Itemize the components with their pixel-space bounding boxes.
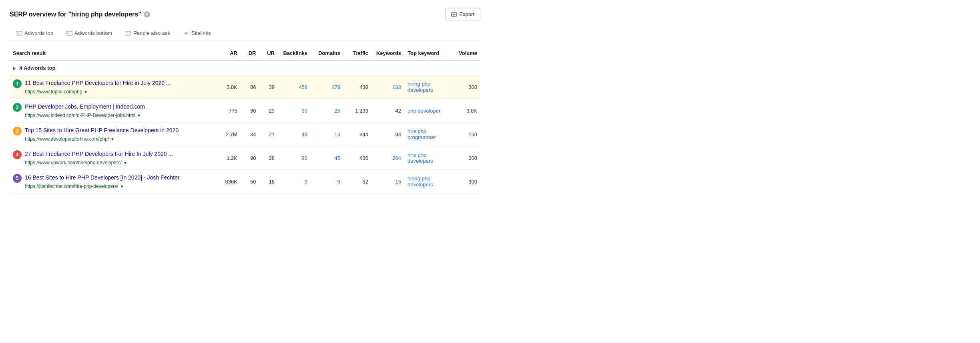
top-keyword-cell-5: hiring php developers [404, 170, 456, 194]
adwords-bottom-icon: Ad [66, 31, 72, 36]
dr-cell-3: 34 [241, 123, 259, 146]
svg-text:?: ? [126, 32, 128, 35]
url-dropdown-icon-1[interactable]: ▼ [84, 90, 88, 94]
keywords-cell-4: 204 [372, 146, 404, 170]
result-title-1[interactable]: 11 Best Freelance PHP Developers for Hir… [25, 79, 171, 87]
keywords-cell-3: 94 [372, 123, 404, 146]
table-body: 4 Adwords top 1 11 Best Freelance PHP De… [10, 61, 480, 194]
tab-adwords-top[interactable]: Ad Adwords top [10, 27, 60, 40]
result-url-5: https://joshfechter.com/hire-php-develop… [25, 184, 118, 189]
result-url-4: https://www.upwork.com/hire/php-develope… [25, 160, 122, 165]
ar-cell-5: 636K [217, 170, 241, 194]
group-adwords-top[interactable]: 4 Adwords top [10, 61, 480, 75]
tab-adwords-bottom[interactable]: Ad Adwords bottom [60, 27, 118, 40]
volume-cell-4: 200 [456, 146, 480, 170]
title-text: SERP overview for "hiring php developers… [10, 11, 141, 18]
result-url-3: https://www.developersforhire.com/php/ [25, 136, 109, 142]
top-keyword-cell-2: php developer [404, 99, 456, 123]
keywords-cell-1: 132 [372, 75, 404, 99]
ur-cell-4: 28 [259, 146, 278, 170]
sitelinks-icon [183, 31, 189, 36]
col-header-domains: Domains [311, 46, 343, 61]
result-cell-1: 1 11 Best Freelance PHP Developers for H… [10, 75, 217, 99]
page-title: SERP overview for "hiring php developers… [10, 11, 150, 18]
traffic-cell-2: 1,233 [343, 99, 372, 123]
url-dropdown-icon-2[interactable]: ▼ [137, 113, 141, 118]
ur-cell-5: 18 [259, 170, 278, 194]
backlinks-cell-2: 39 [278, 99, 311, 123]
rank-badge-2: 2 [13, 103, 22, 112]
result-cell-2: 2 PHP Developer Jobs, Employment | Indee… [10, 99, 217, 123]
col-header-volume: Volume [456, 46, 480, 61]
top-keyword-cell-3: hire php programmer [404, 123, 456, 146]
result-cell-4: 4 27 Best Freelance PHP Developers For H… [10, 146, 217, 170]
traffic-cell-5: 52 [343, 170, 372, 194]
result-title-3[interactable]: Top 15 Sites to Hire Great PHP Freelance… [25, 127, 179, 135]
table-row: 1 11 Best Freelance PHP Developers for H… [10, 75, 480, 99]
col-header-keywords: Keywords [372, 46, 404, 61]
col-header-backlinks: Backlinks [278, 46, 311, 61]
dr-cell-2: 90 [241, 99, 259, 123]
result-title-4[interactable]: 27 Best Freelance PHP Developers For Hir… [25, 150, 173, 158]
top-keyword-link-3[interactable]: hire php programmer [408, 128, 436, 140]
help-icon[interactable]: ? [144, 11, 150, 18]
ur-cell-1: 39 [259, 75, 278, 99]
top-keyword-cell-1: hiring php developers [404, 75, 456, 99]
result-title-2[interactable]: PHP Developer Jobs, Employment | Indeed.… [25, 103, 145, 111]
result-cell-3: 3 Top 15 Sites to Hire Great PHP Freelan… [10, 123, 217, 146]
result-url-1: https://www.toptal.com/php [25, 89, 82, 95]
url-dropdown-icon-5[interactable]: ▼ [120, 184, 124, 189]
table-row: 3 Top 15 Sites to Hire Great PHP Freelan… [10, 123, 480, 146]
ur-cell-3: 21 [259, 123, 278, 146]
group-label: 4 Adwords top [10, 61, 480, 75]
col-header-ar: AR [217, 46, 241, 61]
top-keyword-link-4[interactable]: hire php developers [408, 152, 433, 164]
traffic-cell-1: 430 [343, 75, 372, 99]
volume-cell-1: 300 [456, 75, 480, 99]
col-header-traffic: Traffic [343, 46, 372, 61]
top-keyword-link-5[interactable]: hiring php developers [408, 176, 433, 188]
keywords-cell-5: 15 [372, 170, 404, 194]
rank-badge-1: 1 [13, 79, 22, 88]
export-icon [451, 12, 457, 17]
tab-people-also-ask-label: People also ask [133, 30, 170, 36]
tab-adwords-top-label: Adwords top [24, 30, 53, 36]
rank-badge-5: 5 [13, 174, 22, 183]
export-button[interactable]: Export [445, 8, 480, 20]
backlinks-cell-5: 9 [278, 170, 311, 194]
result-url-2: https://www.indeed.com/q-PHP-Developer-j… [25, 113, 135, 118]
tab-people-also-ask[interactable]: ? People also ask [118, 27, 177, 40]
rank-badge-3: 3 [13, 127, 22, 135]
result-title-5[interactable]: 16 Best Sites to Hire PHP Developers [In… [25, 174, 179, 182]
top-keyword-link-2[interactable]: php developer [408, 108, 440, 114]
backlinks-cell-1: 456 [278, 75, 311, 99]
svg-text:Ad: Ad [17, 32, 20, 35]
domains-cell-1: 176 [311, 75, 343, 99]
people-also-ask-icon: ? [125, 31, 131, 36]
tab-sitelinks-label: Sitelinks [191, 30, 211, 36]
col-header-ur: UR [259, 46, 278, 61]
ur-cell-2: 23 [259, 99, 278, 123]
table-row: 4 27 Best Freelance PHP Developers For H… [10, 146, 480, 170]
traffic-cell-3: 344 [343, 123, 372, 146]
url-dropdown-icon-3[interactable]: ▼ [110, 137, 114, 141]
table-row: 5 16 Best Sites to Hire PHP Developers [… [10, 170, 480, 194]
adwords-top-icon: Ad [16, 31, 22, 36]
table-row: 2 PHP Developer Jobs, Employment | Indee… [10, 99, 480, 123]
col-header-dr: DR [241, 46, 259, 61]
table-header: Search result AR DR UR Backlinks Domains… [10, 46, 480, 61]
results-table: Search result AR DR UR Backlinks Domains… [10, 46, 480, 194]
top-keyword-cell-4: hire php developers [404, 146, 456, 170]
export-label: Export [459, 11, 474, 17]
domains-cell-4: 45 [311, 146, 343, 170]
col-header-search-result: Search result [10, 46, 217, 61]
domains-cell-2: 25 [311, 99, 343, 123]
url-dropdown-icon-4[interactable]: ▼ [123, 161, 127, 165]
domains-cell-3: 14 [311, 123, 343, 146]
dr-cell-4: 90 [241, 146, 259, 170]
ar-cell-2: 775 [217, 99, 241, 123]
volume-cell-2: 3.8K [456, 99, 480, 123]
top-keyword-link-1[interactable]: hiring php developers [408, 81, 433, 93]
tab-sitelinks[interactable]: Sitelinks [177, 27, 217, 40]
backlinks-cell-4: 90 [278, 146, 311, 170]
